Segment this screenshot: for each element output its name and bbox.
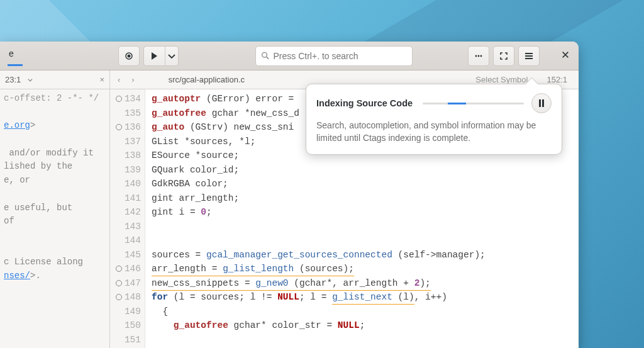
line-number[interactable]: 138 <box>111 149 141 163</box>
chevron-down-icon <box>27 77 33 83</box>
code-line[interactable]: { <box>152 305 579 319</box>
menu-button[interactable] <box>518 46 540 66</box>
pause-button[interactable] <box>531 93 552 113</box>
svg-point-1 <box>127 54 130 57</box>
line-number[interactable]: 149 <box>111 305 141 319</box>
run-button[interactable] <box>143 46 165 66</box>
search-input[interactable] <box>274 51 407 61</box>
line-number[interactable]: 143 <box>111 220 141 234</box>
search-input-container[interactable] <box>255 46 413 66</box>
line-number[interactable]: 147 <box>111 276 141 291</box>
svg-line-3 <box>267 57 269 59</box>
nav-back-button[interactable]: ‹ <box>115 75 123 84</box>
line-number[interactable]: 145 <box>111 248 141 262</box>
sidebar-position: 23:1 <box>5 75 21 84</box>
window-close-button[interactable] <box>556 50 575 62</box>
line-gutter[interactable]: 1341351361371381391401411421431441451461… <box>110 89 145 348</box>
record-button[interactable] <box>118 46 140 66</box>
indexing-popup: Indexing Source Code Search, autocomplet… <box>306 84 562 155</box>
code-line[interactable]: g_autofree gchar* color_str = NULL; <box>152 318 579 333</box>
breakpoint-icon[interactable] <box>116 96 122 102</box>
breakpoint-icon[interactable] <box>116 280 122 286</box>
code-line[interactable]: arr_length = g_list_length (sources); <box>152 262 579 276</box>
progress-bar <box>423 103 524 104</box>
code-line[interactable]: for (l = sources; l != NULL; l = g_list_… <box>152 290 579 305</box>
code-line[interactable]: sources = gcal_manager_get_sources_conne… <box>152 248 579 262</box>
code-line[interactable] <box>152 220 579 234</box>
line-number[interactable]: 151 <box>111 333 141 347</box>
line-number[interactable]: 134 <box>111 92 141 106</box>
line-number[interactable]: 136 <box>111 120 141 135</box>
open-file-tab[interactable]: e <box>8 46 23 66</box>
code-line[interactable]: GdkRGBA color; <box>152 177 579 191</box>
svg-point-5 <box>478 55 480 57</box>
fullscreen-icon <box>499 51 509 61</box>
svg-point-6 <box>480 55 482 57</box>
play-icon <box>149 51 159 61</box>
popup-description: Search, autocompletion, and symbol infor… <box>316 120 552 144</box>
secondary-editor[interactable]: c-offset: 2 -*- */ e.org> and/or modify … <box>0 89 110 348</box>
dots-icon <box>474 51 484 61</box>
line-number[interactable]: 146 <box>111 262 141 276</box>
line-number[interactable]: 140 <box>111 177 141 191</box>
close-icon <box>561 50 570 59</box>
code-line[interactable]: gint arr_length; <box>152 191 579 206</box>
line-number[interactable]: 142 <box>111 205 141 220</box>
progress-fill <box>448 103 466 104</box>
nav-forward-button[interactable]: › <box>129 75 136 84</box>
line-number[interactable]: 135 <box>111 106 141 121</box>
record-icon <box>124 51 134 61</box>
breakpoint-icon[interactable] <box>116 124 122 130</box>
svg-point-2 <box>262 52 267 57</box>
pause-icon <box>538 99 545 107</box>
breakpoint-icon[interactable] <box>116 294 122 300</box>
breakpoint-icon[interactable] <box>116 266 122 272</box>
code-line[interactable] <box>152 333 579 347</box>
line-number[interactable]: 144 <box>111 233 141 248</box>
svg-point-4 <box>475 55 477 57</box>
notifications-button[interactable] <box>468 46 489 66</box>
symbol-selector[interactable]: Select Symbol <box>475 75 528 84</box>
line-number[interactable]: 137 <box>111 135 141 149</box>
code-line[interactable]: GQuark color_id; <box>152 163 579 177</box>
line-number[interactable]: 139 <box>111 163 141 177</box>
run-menu-button[interactable] <box>165 46 179 66</box>
popup-title: Indexing Source Code <box>316 98 413 108</box>
file-path: src/gcal-application.c <box>169 75 245 84</box>
line-number[interactable]: 148 <box>111 290 141 305</box>
headerbar: e <box>0 42 579 70</box>
run-button-group <box>143 46 179 66</box>
code-line[interactable]: gint i = 0; <box>152 205 579 220</box>
cursor-position: 152:1 <box>547 75 567 84</box>
code-line[interactable] <box>152 233 579 248</box>
sidebar-close-button[interactable]: × <box>99 75 104 84</box>
line-number[interactable]: 150 <box>111 318 141 333</box>
svg-rect-7 <box>539 99 541 107</box>
sidebar-tab[interactable]: 23:1 × <box>0 70 110 89</box>
hamburger-icon <box>524 51 534 61</box>
svg-rect-8 <box>542 99 544 107</box>
search-icon <box>261 51 270 60</box>
line-number[interactable]: 141 <box>111 191 141 206</box>
code-line[interactable]: new_css_snippets = g_new0 (gchar*, arr_l… <box>152 276 579 291</box>
chevron-down-icon <box>167 51 177 61</box>
fullscreen-button[interactable] <box>493 46 514 66</box>
